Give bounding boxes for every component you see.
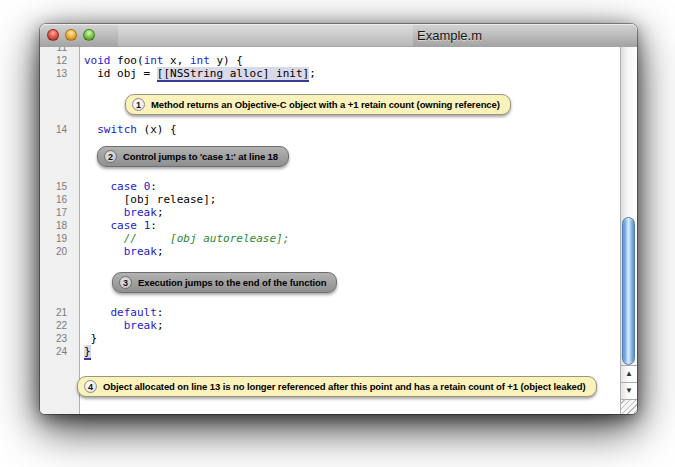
- line-number: 20: [40, 245, 67, 258]
- code-line-15[interactable]: 15 case 0:: [40, 180, 620, 193]
- line-number: 12: [40, 54, 67, 67]
- close-button[interactable]: [47, 29, 59, 41]
- code-text: [obj release];: [67, 193, 216, 206]
- bubble-text: Object allocated on line 13 is no longer…: [103, 381, 586, 392]
- code-segment: [84, 306, 111, 319]
- code-segment: break: [124, 245, 157, 258]
- code-line-13[interactable]: 13 id obj = [[NSString alloc] init];: [40, 67, 620, 80]
- code-segment: [84, 245, 124, 258]
- bubble-badge: 1: [132, 98, 145, 111]
- bubble-row: 4Object allocated on line 13 is no longe…: [40, 376, 620, 397]
- line-number: 11: [40, 47, 67, 54]
- bubble-text: Method returns an Objective-C object wit…: [151, 99, 500, 110]
- code-line-19[interactable]: 19 // [obj autorelease];: [40, 232, 620, 245]
- code-segment: break: [124, 206, 157, 219]
- code-segment: y) {: [210, 54, 243, 67]
- code-segment: [84, 219, 111, 232]
- code-segment: int: [190, 54, 210, 67]
- code-segment: [obj release];: [84, 193, 216, 206]
- code-segment: [84, 232, 124, 245]
- code-rows: 1112void foo(int x, int y) {13 id obj = …: [40, 47, 620, 397]
- code-line-partial-11: 11: [40, 47, 620, 54]
- code-line-20[interactable]: 20 break;: [40, 245, 620, 258]
- line-number: 21: [40, 306, 67, 319]
- code-segment: [84, 319, 124, 332]
- code-text: }: [67, 332, 97, 345]
- code-segment: [84, 206, 124, 219]
- bubble-text: Execution jumps to the end of the functi…: [138, 277, 326, 288]
- code-text: default:: [67, 306, 163, 319]
- line-number: 13: [40, 67, 67, 80]
- bubble-badge: 4: [84, 380, 97, 393]
- line-number: 24: [40, 345, 67, 358]
- code-line-21[interactable]: 21 default:: [40, 306, 620, 319]
- scrollbar-thumb[interactable]: [622, 217, 635, 365]
- line-number: 22: [40, 319, 67, 332]
- code-text: void foo(int x, int y) {: [67, 54, 243, 67]
- title-bar[interactable]: Example.m: [40, 24, 637, 48]
- code-segment: ;: [157, 245, 164, 258]
- code-text: case 0:: [67, 180, 157, 193]
- code-segment: break: [124, 319, 157, 332]
- code-line-24[interactable]: 24}: [40, 345, 620, 358]
- code-text: id obj = [[NSString alloc] init];: [67, 67, 316, 80]
- line-number: 16: [40, 193, 67, 206]
- code-segment: foo(: [111, 54, 144, 67]
- code-segment: [137, 219, 144, 232]
- minimize-button[interactable]: [65, 29, 77, 41]
- code-segment: id obj =: [84, 67, 157, 80]
- line-number: 23: [40, 332, 67, 345]
- window: Example.m 1112void foo(int x, int y) {13…: [40, 24, 637, 414]
- code-segment: :: [150, 180, 157, 193]
- code-segment: (x) {: [137, 123, 177, 136]
- code-segment: }: [84, 332, 97, 345]
- code-line-18[interactable]: 18 case 1:: [40, 219, 620, 232]
- code-line-23[interactable]: 23 }: [40, 332, 620, 345]
- analyzer-bubble-4: 4Object allocated on line 13 is no longe…: [77, 376, 597, 397]
- line-number: 18: [40, 219, 67, 232]
- bubble-row: 3Execution jumps to the end of the funct…: [40, 272, 620, 293]
- scroll-down-button[interactable]: ▼: [621, 382, 637, 399]
- code-line-12[interactable]: 12void foo(int x, int y) {: [40, 54, 620, 67]
- code-segment: case: [111, 180, 138, 193]
- row-gap: [40, 80, 620, 94]
- line-number: 14: [40, 123, 67, 136]
- titlebar-band: [118, 25, 413, 46]
- code-segment: [84, 123, 97, 136]
- code-segment: case: [111, 219, 138, 232]
- code-segment: switch: [97, 123, 137, 136]
- bubble-row: 1Method returns an Objective-C object wi…: [40, 94, 620, 115]
- resize-grip[interactable]: [621, 399, 637, 414]
- line-number: 15: [40, 180, 67, 193]
- window-title: Example.m: [417, 24, 482, 47]
- bubble-row: 2Control jumps to 'case 1:' at line 18: [40, 146, 620, 167]
- scroll-up-button[interactable]: ▲: [621, 365, 637, 382]
- scrollbar-vertical[interactable]: ▲ ▼: [620, 47, 637, 414]
- code-segment: :: [150, 219, 157, 232]
- code-editor: 1112void foo(int x, int y) {13 id obj = …: [40, 47, 620, 414]
- code-text: case 1:: [67, 219, 157, 232]
- zoom-button[interactable]: [83, 29, 95, 41]
- row-gap: [40, 293, 620, 306]
- code-segment: default: [111, 306, 157, 319]
- code-line-16[interactable]: 16 [obj release];: [40, 193, 620, 206]
- code-segment: int: [144, 54, 164, 67]
- code-segment: }: [84, 345, 91, 358]
- code-text: break;: [67, 206, 164, 219]
- code-segment: x,: [164, 54, 191, 67]
- code-segment: :: [157, 306, 164, 319]
- code-segment: void: [84, 54, 111, 67]
- code-line-17[interactable]: 17 break;: [40, 206, 620, 219]
- analyzer-bubble-1: 1Method returns an Objective-C object wi…: [125, 94, 511, 115]
- row-gap: [40, 358, 620, 376]
- row-gap: [40, 167, 620, 180]
- bubble-text: Control jumps to 'case 1:' at line 18: [123, 151, 278, 162]
- code-segment: ;: [157, 206, 164, 219]
- down-arrow-icon: ▼: [625, 387, 633, 395]
- code-segment: [84, 180, 111, 193]
- code-line-14[interactable]: 14 switch (x) {: [40, 123, 620, 136]
- scrollbar-track[interactable]: [621, 47, 637, 365]
- row-gap: [40, 115, 620, 123]
- row-gap: [40, 258, 620, 272]
- code-line-22[interactable]: 22 break;: [40, 319, 620, 332]
